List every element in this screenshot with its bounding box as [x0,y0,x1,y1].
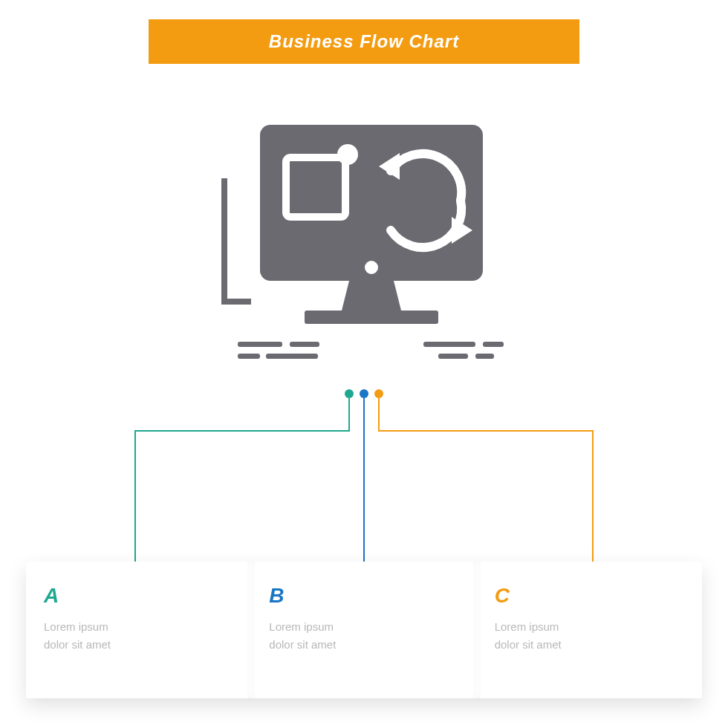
svg-rect-4 [238,342,282,347]
svg-rect-11 [475,354,494,359]
svg-rect-8 [423,342,475,347]
card-a-body: Lorem ipsumdolor sit amet [44,618,233,654]
svg-point-15 [345,389,354,398]
card-a-letter: A [44,584,233,608]
card-c-letter: C [495,584,684,608]
svg-rect-7 [266,354,318,359]
svg-rect-9 [483,342,504,347]
svg-point-12 [365,261,378,274]
title-bar: Business Flow Chart [149,19,579,64]
card-b-letter: B [269,584,458,608]
svg-rect-0 [221,178,227,305]
card-b-body: Lorem ipsumdolor sit amet [269,618,458,654]
card-a: A Lorem ipsumdolor sit amet [26,562,251,698]
svg-rect-1 [221,299,251,305]
card-c: C Lorem ipsumdolor sit amet [477,562,702,698]
monitor-sync-icon [215,111,513,379]
svg-rect-2 [260,125,483,281]
svg-rect-6 [238,354,260,359]
svg-point-17 [374,389,383,398]
svg-point-14 [337,144,358,165]
cards-row: A Lorem ipsumdolor sit amet B Lorem ipsu… [26,562,702,698]
card-b: B Lorem ipsumdolor sit amet [251,562,476,698]
connector-lines [0,386,728,565]
svg-rect-3 [305,311,438,324]
svg-rect-5 [290,342,319,347]
svg-rect-10 [438,354,468,359]
svg-point-16 [360,389,368,398]
card-c-body: Lorem ipsumdolor sit amet [495,618,684,654]
page-title: Business Flow Chart [269,31,459,52]
